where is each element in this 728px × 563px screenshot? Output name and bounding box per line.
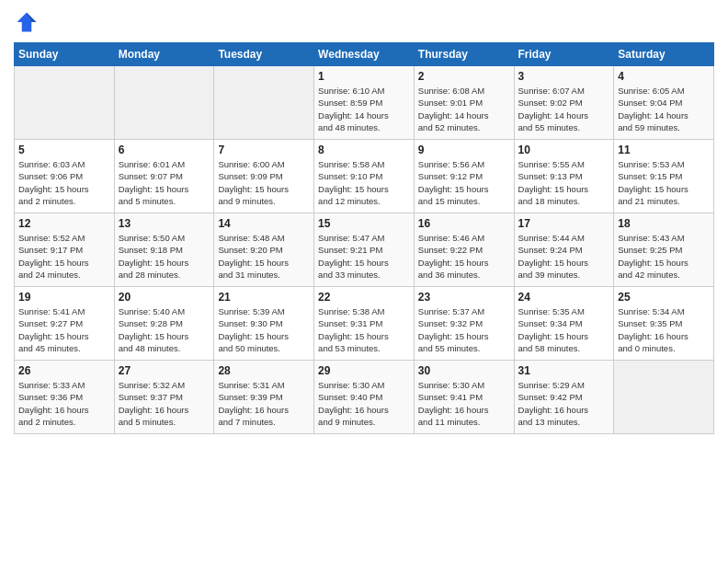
calendar-cell: 25Sunrise: 5:34 AM Sunset: 9:35 PM Dayli… <box>614 287 714 361</box>
cell-info: Sunrise: 5:39 AM Sunset: 9:30 PM Dayligh… <box>218 305 310 354</box>
day-header-thursday: Thursday <box>414 43 514 66</box>
calendar-cell: 3Sunrise: 6:07 AM Sunset: 9:02 PM Daylig… <box>514 66 614 140</box>
calendar-cell: 14Sunrise: 5:48 AM Sunset: 9:20 PM Dayli… <box>214 213 314 287</box>
calendar-cell: 22Sunrise: 5:38 AM Sunset: 9:31 PM Dayli… <box>314 287 415 361</box>
calendar-cell: 20Sunrise: 5:40 AM Sunset: 9:28 PM Dayli… <box>114 287 214 361</box>
day-number: 25 <box>618 291 710 304</box>
day-number: 14 <box>218 217 310 230</box>
calendar-cell: 17Sunrise: 5:44 AM Sunset: 9:24 PM Dayli… <box>514 213 614 287</box>
cell-info: Sunrise: 5:40 AM Sunset: 9:28 PM Dayligh… <box>119 305 210 354</box>
calendar-cell: 9Sunrise: 5:56 AM Sunset: 9:12 PM Daylig… <box>414 140 514 213</box>
calendar-cell: 2Sunrise: 6:08 AM Sunset: 9:01 PM Daylig… <box>414 66 514 140</box>
cell-info: Sunrise: 5:48 AM Sunset: 9:20 PM Dayligh… <box>218 232 310 281</box>
day-number: 21 <box>218 291 310 304</box>
cell-info: Sunrise: 5:32 AM Sunset: 9:37 PM Dayligh… <box>119 379 210 428</box>
day-number: 7 <box>218 144 310 156</box>
cell-info: Sunrise: 6:00 AM Sunset: 9:09 PM Dayligh… <box>218 158 310 207</box>
calendar-cell: 16Sunrise: 5:46 AM Sunset: 9:22 PM Dayli… <box>414 213 514 287</box>
calendar-cell: 4Sunrise: 6:05 AM Sunset: 9:04 PM Daylig… <box>614 66 714 140</box>
page-header <box>14 9 714 35</box>
calendar-cell: 12Sunrise: 5:52 AM Sunset: 9:17 PM Dayli… <box>15 213 115 287</box>
day-number: 12 <box>18 217 110 230</box>
calendar-cell: 31Sunrise: 5:29 AM Sunset: 9:42 PM Dayli… <box>514 361 614 434</box>
day-header-monday: Monday <box>114 43 214 66</box>
calendar-cell <box>214 66 314 140</box>
cell-info: Sunrise: 5:35 AM Sunset: 9:34 PM Dayligh… <box>518 305 610 354</box>
day-number: 28 <box>218 364 310 377</box>
calendar-cell: 18Sunrise: 5:43 AM Sunset: 9:25 PM Dayli… <box>614 213 714 287</box>
day-number: 15 <box>318 217 410 230</box>
cell-info: Sunrise: 5:55 AM Sunset: 9:13 PM Dayligh… <box>518 158 610 207</box>
cell-info: Sunrise: 6:07 AM Sunset: 9:02 PM Dayligh… <box>518 85 610 133</box>
cell-info: Sunrise: 5:30 AM Sunset: 9:40 PM Dayligh… <box>318 379 410 428</box>
calendar-cell: 28Sunrise: 5:31 AM Sunset: 9:39 PM Dayli… <box>214 361 314 434</box>
day-number: 30 <box>418 364 510 377</box>
calendar-cell: 26Sunrise: 5:33 AM Sunset: 9:36 PM Dayli… <box>15 361 115 434</box>
day-number: 11 <box>618 144 710 156</box>
calendar-cell: 15Sunrise: 5:47 AM Sunset: 9:21 PM Dayli… <box>314 213 415 287</box>
calendar-cell: 24Sunrise: 5:35 AM Sunset: 9:34 PM Dayli… <box>514 287 614 361</box>
day-number: 19 <box>18 291 110 304</box>
cell-info: Sunrise: 5:58 AM Sunset: 9:10 PM Dayligh… <box>318 158 410 207</box>
day-header-friday: Friday <box>514 43 614 66</box>
day-number: 24 <box>518 291 610 304</box>
day-number: 13 <box>119 217 210 230</box>
cell-info: Sunrise: 5:38 AM Sunset: 9:31 PM Dayligh… <box>318 305 410 354</box>
calendar-cell: 1Sunrise: 6:10 AM Sunset: 8:59 PM Daylig… <box>314 66 415 140</box>
day-number: 22 <box>318 291 410 304</box>
cell-info: Sunrise: 6:01 AM Sunset: 9:07 PM Dayligh… <box>119 158 210 207</box>
cell-info: Sunrise: 5:31 AM Sunset: 9:39 PM Dayligh… <box>218 379 310 428</box>
week-row-2: 5Sunrise: 6:03 AM Sunset: 9:06 PM Daylig… <box>15 140 714 213</box>
cell-info: Sunrise: 5:47 AM Sunset: 9:21 PM Dayligh… <box>318 232 410 281</box>
calendar-cell: 8Sunrise: 5:58 AM Sunset: 9:10 PM Daylig… <box>314 140 415 213</box>
week-row-5: 26Sunrise: 5:33 AM Sunset: 9:36 PM Dayli… <box>15 361 714 434</box>
calendar-cell: 11Sunrise: 5:53 AM Sunset: 9:15 PM Dayli… <box>614 140 714 213</box>
cell-info: Sunrise: 6:10 AM Sunset: 8:59 PM Dayligh… <box>318 85 410 133</box>
calendar-cell: 30Sunrise: 5:30 AM Sunset: 9:41 PM Dayli… <box>414 361 514 434</box>
calendar-cell: 10Sunrise: 5:55 AM Sunset: 9:13 PM Dayli… <box>514 140 614 213</box>
day-number: 4 <box>618 70 710 83</box>
day-number: 1 <box>318 70 410 83</box>
cell-info: Sunrise: 5:29 AM Sunset: 9:42 PM Dayligh… <box>518 379 610 428</box>
cell-info: Sunrise: 5:50 AM Sunset: 9:18 PM Dayligh… <box>119 232 210 281</box>
logo <box>14 9 43 35</box>
day-number: 9 <box>418 144 510 156</box>
cell-info: Sunrise: 5:33 AM Sunset: 9:36 PM Dayligh… <box>18 379 110 428</box>
day-number: 3 <box>518 70 610 83</box>
calendar-cell: 21Sunrise: 5:39 AM Sunset: 9:30 PM Dayli… <box>214 287 314 361</box>
calendar-cell <box>15 66 115 140</box>
day-header-saturday: Saturday <box>614 43 714 66</box>
calendar-cell: 29Sunrise: 5:30 AM Sunset: 9:40 PM Dayli… <box>314 361 415 434</box>
calendar-cell: 13Sunrise: 5:50 AM Sunset: 9:18 PM Dayli… <box>114 213 214 287</box>
week-row-1: 1Sunrise: 6:10 AM Sunset: 8:59 PM Daylig… <box>15 66 714 140</box>
calendar-cell: 27Sunrise: 5:32 AM Sunset: 9:37 PM Dayli… <box>114 361 214 434</box>
week-row-4: 19Sunrise: 5:41 AM Sunset: 9:27 PM Dayli… <box>15 287 714 361</box>
day-header-sunday: Sunday <box>15 43 115 66</box>
day-number: 8 <box>318 144 410 156</box>
cell-info: Sunrise: 5:44 AM Sunset: 9:24 PM Dayligh… <box>518 232 610 281</box>
day-number: 5 <box>18 144 110 156</box>
cell-info: Sunrise: 5:30 AM Sunset: 9:41 PM Dayligh… <box>418 379 510 428</box>
calendar-cell: 19Sunrise: 5:41 AM Sunset: 9:27 PM Dayli… <box>15 287 115 361</box>
cell-info: Sunrise: 5:46 AM Sunset: 9:22 PM Dayligh… <box>418 232 510 281</box>
day-number: 29 <box>318 364 410 377</box>
cell-info: Sunrise: 6:03 AM Sunset: 9:06 PM Dayligh… <box>18 158 110 207</box>
day-header-wednesday: Wednesday <box>314 43 415 66</box>
logo-icon <box>14 9 40 35</box>
calendar-cell <box>114 66 214 140</box>
day-number: 2 <box>418 70 510 83</box>
cell-info: Sunrise: 5:53 AM Sunset: 9:15 PM Dayligh… <box>618 158 710 207</box>
cell-info: Sunrise: 5:37 AM Sunset: 9:32 PM Dayligh… <box>418 305 510 354</box>
day-number: 10 <box>518 144 610 156</box>
cell-info: Sunrise: 5:56 AM Sunset: 9:12 PM Dayligh… <box>418 158 510 207</box>
calendar-cell <box>614 361 714 434</box>
calendar-cell: 5Sunrise: 6:03 AM Sunset: 9:06 PM Daylig… <box>15 140 115 213</box>
cell-info: Sunrise: 6:08 AM Sunset: 9:01 PM Dayligh… <box>418 85 510 133</box>
days-header-row: SundayMondayTuesdayWednesdayThursdayFrid… <box>15 43 714 66</box>
day-number: 23 <box>418 291 510 304</box>
cell-info: Sunrise: 5:41 AM Sunset: 9:27 PM Dayligh… <box>18 305 110 354</box>
day-number: 31 <box>518 364 610 377</box>
calendar-table: SundayMondayTuesdayWednesdayThursdayFrid… <box>14 42 714 434</box>
day-number: 20 <box>119 291 210 304</box>
cell-info: Sunrise: 5:34 AM Sunset: 9:35 PM Dayligh… <box>618 305 710 354</box>
